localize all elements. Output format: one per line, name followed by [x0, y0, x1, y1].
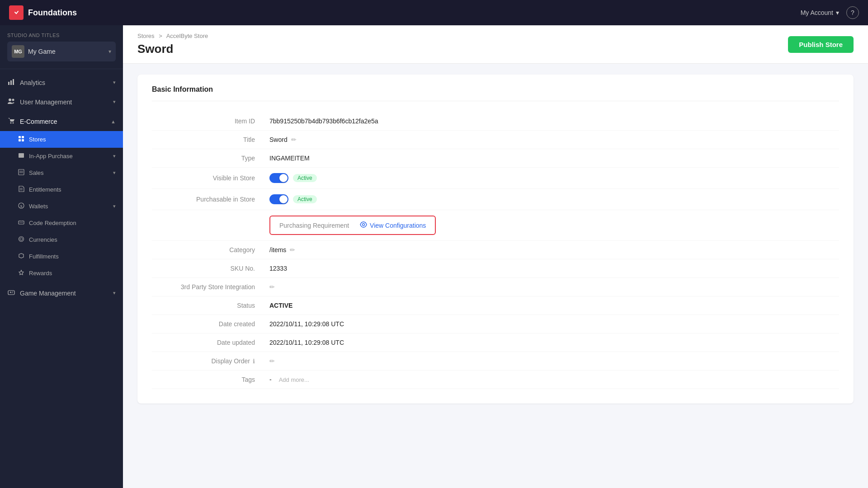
visible-toggle[interactable]	[269, 173, 288, 183]
view-configurations-link[interactable]: View Configurations	[360, 221, 426, 230]
svg-rect-1	[10, 80, 12, 85]
purchasable-value-container: Active	[269, 194, 839, 204]
sidebar-subitem-sales[interactable]: Sales ▾	[0, 164, 123, 181]
third-party-value-container: ✏	[269, 283, 839, 291]
date-created-label: Date created	[152, 320, 269, 328]
tags-add-button[interactable]: Add more...	[279, 376, 309, 383]
content-area: Stores > AccelByte Store Sword Publish S…	[123, 25, 868, 488]
sidebar-subitem-wallets[interactable]: $ Wallets ▾	[0, 198, 123, 215]
category-edit-icon[interactable]: ✏	[290, 246, 295, 253]
analytics-label: Analytics	[20, 79, 45, 86]
status-value: ACTIVE	[269, 302, 292, 309]
sidebar-subitem-fulfillments[interactable]: Fulfillments	[0, 248, 123, 265]
sidebar-item-ecommerce[interactable]: E-Commerce ▲	[0, 112, 123, 131]
ecommerce-label: E-Commerce	[20, 118, 57, 125]
tags-dash: -	[269, 376, 272, 383]
my-account-button[interactable]: My Account ▾	[801, 9, 839, 16]
studio-name: My Game	[28, 48, 105, 55]
svg-point-3	[9, 99, 11, 101]
user-management-chevron: ▾	[113, 99, 116, 105]
logo-text: Foundations	[28, 8, 77, 18]
sidebar-subitem-stores[interactable]: Stores	[0, 131, 123, 148]
purchasing-req-value: Purchasing Requirement View Configuratio…	[269, 216, 839, 235]
stores-label: Stores	[29, 136, 46, 143]
item-id-value: 7bb915250b7b4db793b6f6cb12fa2e5a	[269, 117, 839, 125]
title-value-container: Sword ✏	[269, 136, 839, 143]
basic-information-card: Basic Information Item ID 7bb915250b7b4d…	[137, 75, 854, 404]
breadcrumb-accelbyte[interactable]: AccelByte Store	[166, 33, 208, 39]
sku-label: SKU No.	[152, 265, 269, 272]
nav-section: Analytics ▾ User Management ▾	[0, 69, 123, 306]
page-title: Sword	[137, 42, 208, 56]
entitlements-label: Entitlements	[29, 186, 61, 193]
date-updated-row: Date updated 2022/10/11, 10:29:08 UTC	[152, 333, 839, 352]
sidebar-subitem-currencies[interactable]: Currencies	[0, 231, 123, 248]
publish-store-button[interactable]: Publish Store	[788, 36, 854, 53]
currencies-icon	[18, 236, 24, 244]
user-management-icon	[7, 98, 15, 106]
svg-point-22	[19, 237, 24, 242]
sidebar-item-user-management[interactable]: User Management ▾	[0, 92, 123, 112]
view-config-eye-icon	[360, 221, 367, 230]
display-order-row: Display Order ℹ ✏	[152, 352, 839, 371]
display-order-label-container: Display Order ℹ	[152, 357, 269, 365]
purchasable-store-row: Purchasable in Store Active	[152, 189, 839, 210]
user-management-label: User Management	[20, 99, 72, 106]
studio-selector[interactable]: MG My Game ▾	[7, 42, 116, 61]
main-layout: STUDIO AND TITLES MG My Game ▾ Analytics…	[0, 25, 868, 488]
type-value: INGAMEITEM	[269, 155, 839, 162]
visible-badge: Active	[293, 174, 317, 182]
purchasable-toggle[interactable]	[269, 194, 288, 204]
purchasing-req-field-label: Purchasing Requirement	[279, 222, 349, 229]
visible-toggle-wrap: Active	[269, 173, 317, 183]
purchasable-label: Purchasable in Store	[152, 196, 269, 203]
display-order-edit-icon[interactable]: ✏	[269, 357, 275, 365]
visible-value-container: Active	[269, 173, 839, 183]
third-party-edit-icon[interactable]: ✏	[269, 283, 275, 291]
breadcrumb-stores[interactable]: Stores	[137, 33, 155, 39]
top-header: Foundations My Account ▾ ?	[0, 0, 868, 25]
help-button[interactable]: ?	[846, 6, 859, 19]
display-order-info-icon[interactable]: ℹ	[253, 358, 255, 365]
svg-rect-8	[22, 136, 24, 138]
sidebar-subitem-code-redemption[interactable]: Code Redemption	[0, 215, 123, 231]
game-management-chevron: ▾	[113, 290, 116, 296]
sidebar-item-analytics[interactable]: Analytics ▾	[0, 73, 123, 92]
sales-icon	[18, 169, 24, 177]
header-left: Stores > AccelByte Store Sword	[137, 33, 208, 56]
sidebar-subitem-inapp-purchase[interactable]: In-App Purchase ▾	[0, 148, 123, 164]
purchasable-toggle-wrap: Active	[269, 194, 317, 204]
sidebar-subitem-rewards[interactable]: Rewards	[0, 265, 123, 282]
logo-icon	[9, 5, 24, 20]
sidebar-subitem-entitlements[interactable]: Entitlements	[0, 181, 123, 198]
sidebar-item-game-management[interactable]: Game Management ▾	[0, 283, 123, 303]
display-order-label: Display Order	[211, 357, 250, 365]
svg-point-6	[13, 122, 14, 124]
logo-area: Foundations	[9, 5, 77, 20]
fulfillments-label: Fulfillments	[29, 253, 59, 260]
analytics-chevron: ▾	[113, 80, 116, 85]
wallets-icon: $	[18, 202, 24, 210]
my-account-chevron: ▾	[836, 9, 839, 16]
title-edit-icon[interactable]: ✏	[291, 136, 297, 143]
code-redemption-icon	[18, 219, 24, 227]
currencies-label: Currencies	[29, 236, 57, 243]
title-row: Title Sword ✏	[152, 131, 839, 149]
my-account-label: My Account	[801, 9, 833, 16]
header-right: My Account ▾ ?	[801, 6, 859, 19]
date-updated-label: Date updated	[152, 339, 269, 346]
rewards-label: Rewards	[29, 270, 52, 277]
date-created-row: Date created 2022/10/11, 10:29:08 UTC	[152, 315, 839, 333]
category-value: /items	[269, 246, 286, 253]
purchasing-req-box: Purchasing Requirement View Configuratio…	[269, 216, 436, 235]
inapp-chevron: ▾	[113, 153, 116, 159]
third-party-label: 3rd Party Store Integration	[152, 283, 269, 291]
studio-avatar: MG	[12, 45, 24, 58]
svg-text:$: $	[20, 204, 23, 208]
page-header: Stores > AccelByte Store Sword Publish S…	[123, 25, 868, 64]
card-title: Basic Information	[152, 85, 839, 101]
item-id-row: Item ID 7bb915250b7b4db793b6f6cb12fa2e5a	[152, 112, 839, 131]
tags-value-container: - Add more...	[269, 376, 839, 383]
svg-point-4	[12, 99, 14, 101]
svg-rect-0	[8, 82, 9, 85]
